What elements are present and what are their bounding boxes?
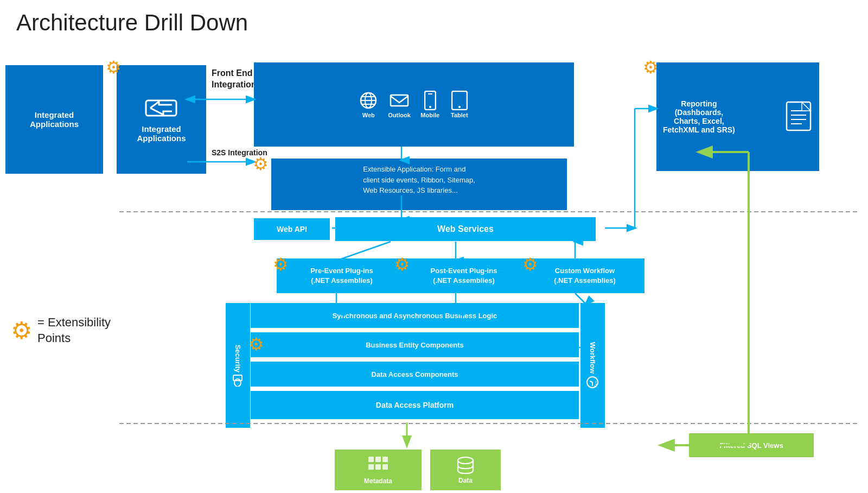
gear-icon-custom-workflow: ⚙ [522,254,538,275]
security-icon [232,375,244,387]
tablet-icon-item: Tablet [450,91,469,118]
svg-point-32 [458,106,461,108]
svg-rect-43 [375,457,381,462]
web-services-box: Web Services [335,217,596,241]
svg-rect-33 [787,102,810,130]
data-icon [456,456,475,475]
post-event-box: Post-Event Plug-ins (.NET Assemblies) [399,258,529,293]
exchange-icon [145,96,177,120]
svg-rect-45 [368,464,374,470]
front-end-icons: Web Outlook Mobile Tablet [359,91,469,118]
sync-async-box: Synchronous and Asynchronous Business Lo… [251,303,579,328]
security-box: Security [226,303,250,428]
svg-rect-47 [382,464,388,470]
svg-rect-40 [234,375,242,381]
custom-workflow-box: Custom Workflow (.NET Assemblies) [525,258,644,293]
integrated-app-right: Integrated Applications [117,65,206,174]
svg-line-10 [336,242,391,261]
filtered-sql-box: Filtered SQL Views [689,433,814,457]
web-icon [359,91,378,110]
data-access-platform-box: Data Access Platform [251,391,579,419]
metadata-box: Metadata [335,450,422,490]
gear-icon-extensible: ⚙ [253,154,269,174]
pre-event-box: Pre-Event Plug-ins (.NET Assemblies) [277,258,407,293]
report-icon [784,100,813,134]
data-access-components-box: Data Access Components [251,362,579,387]
outlook-icon [390,91,409,110]
extensible-app-box: Extensible Application: Form and client … [271,159,567,210]
svg-marker-38 [802,102,810,111]
workflow-icon [586,376,599,389]
gear-icon-integrated: ⚙ [106,57,122,78]
tablet-icon [450,91,469,110]
business-entity-box: Business Entity Components [251,332,579,357]
gear-icon-reporting: ⚙ [643,57,659,78]
svg-rect-27 [391,95,408,106]
workflow-box: Workflow [580,303,605,428]
data-box: Data [430,450,501,490]
svg-rect-42 [368,457,374,462]
gear-icon-pre-event: ⚙ [273,254,289,275]
gear-icon-business-entity: ⚙ [248,334,264,355]
svg-point-48 [458,457,473,464]
svg-line-13 [575,293,586,304]
mobile-icon [420,91,440,110]
reporting-box: Reporting (Dashboards, Charts, Excel, Fe… [656,62,819,171]
svg-point-29 [429,106,431,108]
metadata-icon [367,456,389,475]
web-api-box: Web API [254,218,330,240]
outlook-icon-item: Outlook [388,91,411,118]
integrated-app-left: Integrated Applications [5,65,103,174]
front-end-box: Web Outlook Mobile Tablet [254,62,574,147]
gear-icon-post-event: ⚙ [394,254,410,275]
extensibility-text: = Extensibility Points [37,315,111,346]
page-title: Architecture Drill Down [16,10,248,36]
gear-icon-legend: ⚙ [11,317,32,344]
svg-rect-44 [382,457,388,462]
extensibility-legend: ⚙ = Extensibility Points [11,315,111,346]
web-icon-item: Web [359,91,378,118]
svg-rect-46 [375,464,381,470]
mobile-icon-item: Mobile [420,91,440,118]
